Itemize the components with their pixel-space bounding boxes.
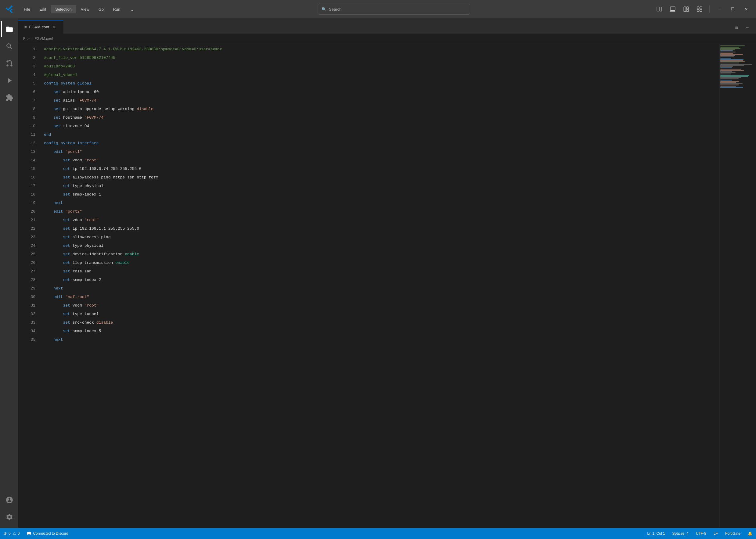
tab-actions: ⊡ ⋯ xyxy=(731,23,756,34)
titlebar: File Edit Selection View Go Run … 🔍 Sear… xyxy=(0,0,756,18)
svg-rect-5 xyxy=(686,7,689,9)
grid-icon[interactable] xyxy=(694,3,706,15)
minimize-button[interactable]: — xyxy=(713,3,725,15)
code-line: set alias "FGVM-74" xyxy=(44,96,719,105)
tab-close-button[interactable]: ✕ xyxy=(51,25,57,30)
line-number: 4 xyxy=(18,71,36,79)
line-number: 24 xyxy=(18,242,36,250)
status-encoding[interactable]: UTF-8 xyxy=(692,528,710,539)
breadcrumb-file[interactable]: FGVM.conf xyxy=(35,37,53,41)
code-line: set snmp-index 5 xyxy=(44,327,719,336)
minimap-line xyxy=(720,75,749,76)
minimap-line xyxy=(720,67,732,68)
status-cursor[interactable]: Ln 1, Col 1 xyxy=(644,528,669,539)
code-line: set ip 192.168.1.1 255.255.255.0 xyxy=(44,224,719,233)
minimap[interactable] xyxy=(719,44,756,528)
line-number: 6 xyxy=(18,88,36,96)
minimap-line xyxy=(720,80,732,81)
code-line: set allowaccess ping https ssh http fgfm xyxy=(44,173,719,182)
status-bar: ⊗ 0 ⚠ 0 Connected to Discord Ln 1, Col 1… xyxy=(0,528,756,539)
line-number: 10 xyxy=(18,122,36,130)
menu-run[interactable]: Run xyxy=(109,5,124,13)
menu-view[interactable]: View xyxy=(77,5,94,13)
code-line: set allowaccess ping xyxy=(44,233,719,242)
line-number: 34 xyxy=(18,327,36,336)
activity-extensions-icon[interactable] xyxy=(1,90,17,106)
menu-edit[interactable]: Edit xyxy=(35,5,50,13)
line-number: 29 xyxy=(18,284,36,293)
layout-icon[interactable] xyxy=(680,3,692,15)
more-actions-button[interactable]: ⋯ xyxy=(743,23,752,32)
minimap-line xyxy=(720,85,739,85)
svg-rect-10 xyxy=(700,9,702,12)
menu-go[interactable]: Go xyxy=(94,5,108,13)
activity-run-icon[interactable] xyxy=(1,73,17,89)
panel-icon[interactable] xyxy=(667,3,679,15)
minimap-line xyxy=(720,77,741,78)
status-notifications[interactable]: 🔔 xyxy=(744,528,756,539)
svg-rect-7 xyxy=(697,7,699,9)
line-number: 9 xyxy=(18,114,36,122)
activity-account-icon[interactable] xyxy=(1,492,17,508)
code-line: set vdom "root" xyxy=(44,216,719,224)
discord-icon xyxy=(27,531,31,536)
line-number: 13 xyxy=(18,148,36,156)
code-line: edit "port2" xyxy=(44,207,719,216)
status-discord[interactable]: Connected to Discord xyxy=(23,528,72,539)
minimap-line xyxy=(720,73,731,74)
code-content[interactable]: #config-version=FGVM64-7.4.1-FW-build246… xyxy=(39,44,719,528)
code-line: set hostname "FGVM-74" xyxy=(44,114,719,122)
activity-explorer-icon[interactable] xyxy=(1,21,17,37)
split-editor-button[interactable]: ⊡ xyxy=(731,23,741,32)
activity-search-icon[interactable] xyxy=(1,38,17,54)
code-line: set timezone 04 xyxy=(44,122,719,130)
minimap-line xyxy=(720,70,744,71)
maximize-button[interactable]: □ xyxy=(727,3,739,15)
line-number: 3 xyxy=(18,62,36,71)
code-line: config system global xyxy=(44,79,719,88)
activity-settings-icon[interactable] xyxy=(1,509,17,525)
close-button[interactable]: ✕ xyxy=(740,3,752,15)
line-number: 31 xyxy=(18,301,36,310)
status-errors[interactable]: ⊗ 0 ⚠ 0 xyxy=(0,528,23,539)
menu-bar: File Edit Selection View Go Run … 🔍 Sear… xyxy=(20,4,649,15)
line-number: 23 xyxy=(18,233,36,242)
minimap-line xyxy=(720,64,752,65)
split-editor-icon[interactable] xyxy=(653,3,665,15)
svg-rect-0 xyxy=(657,7,659,11)
breadcrumb-separator: › xyxy=(32,37,33,41)
menu-selection[interactable]: Selection xyxy=(51,5,76,13)
code-line: set type physical xyxy=(44,182,719,191)
code-line: set gui-auto-upgrade-setup-warning disab… xyxy=(44,105,719,114)
menu-file[interactable]: File xyxy=(20,5,35,13)
code-line: set vdom "root" xyxy=(44,156,719,165)
breadcrumb-root[interactable]: F: > xyxy=(23,37,30,41)
line-number: 8 xyxy=(18,105,36,114)
minimap-line xyxy=(720,55,735,56)
code-line: edit "port1" xyxy=(44,148,719,156)
code-line: set admintimeout 60 xyxy=(44,88,719,96)
line-number: 20 xyxy=(18,207,36,216)
status-right: Ln 1, Col 1 Spaces: 4 UTF-8 LF FortiGate… xyxy=(644,528,756,539)
status-language[interactable]: FortiGate xyxy=(721,528,744,539)
code-line: set lldp-transmission enable xyxy=(44,259,719,267)
search-bar[interactable]: 🔍 Search xyxy=(318,4,470,15)
line-number: 2 xyxy=(18,54,36,62)
code-line: edit "naf.root" xyxy=(44,293,719,301)
svg-rect-3 xyxy=(670,11,675,12)
minimap-line xyxy=(720,49,735,50)
status-spaces[interactable]: Spaces: 4 xyxy=(669,528,692,539)
error-count: 0 xyxy=(9,531,11,536)
line-number: 15 xyxy=(18,165,36,173)
warning-count: 0 xyxy=(18,531,20,536)
menu-more[interactable]: … xyxy=(125,5,138,13)
tab-fgvm-conf[interactable]: ≡ FGVM.conf ✕ xyxy=(18,20,63,34)
code-line: next xyxy=(44,199,719,207)
line-number: 17 xyxy=(18,182,36,191)
line-number: 11 xyxy=(18,130,36,139)
activity-git-icon[interactable] xyxy=(1,55,17,71)
status-eol[interactable]: LF xyxy=(710,528,721,539)
line-number: 26 xyxy=(18,259,36,267)
minimap-line xyxy=(720,86,736,87)
titlebar-left xyxy=(0,4,20,14)
